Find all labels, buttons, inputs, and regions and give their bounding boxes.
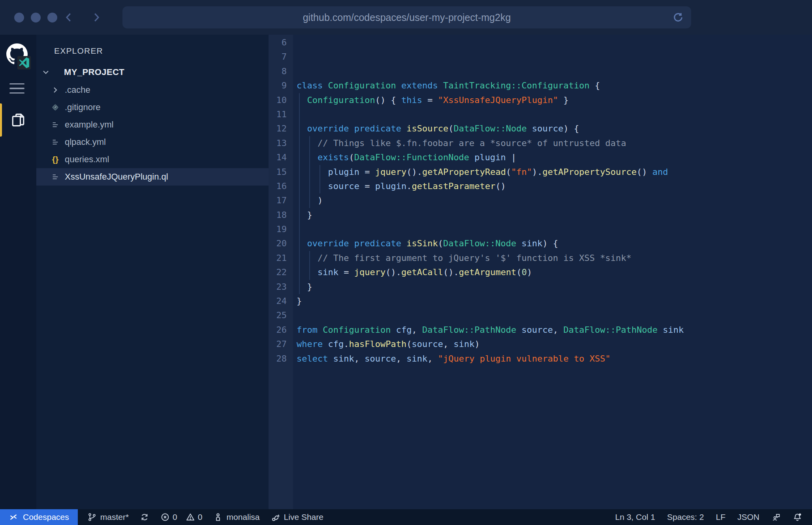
code-line[interactable]: 7 bbox=[269, 50, 812, 64]
bell-icon bbox=[793, 512, 802, 522]
list-icon bbox=[51, 137, 60, 147]
feedback-icon bbox=[771, 512, 781, 522]
github-codespaces-logo[interactable] bbox=[6, 43, 30, 68]
live-share-icon bbox=[271, 512, 280, 522]
code-line[interactable]: 21 // The first argument to jQuery's '$'… bbox=[269, 251, 812, 265]
status-right: Ln 3, Col 1Spaces: 2LFJSON bbox=[609, 509, 808, 525]
code-text: override predicate isSource(DataFlow::No… bbox=[287, 122, 579, 136]
codespaces-button[interactable]: Codespaces bbox=[0, 509, 78, 525]
code-line[interactable]: 18 } bbox=[269, 208, 812, 222]
code-line[interactable]: 19 bbox=[269, 222, 812, 236]
file-row[interactable]: qlpack.yml bbox=[36, 133, 269, 151]
code-text: } bbox=[287, 208, 312, 222]
codespaces-window: github.com/codespaces/user-my-project-mg… bbox=[0, 0, 812, 525]
traffic-light-maximize[interactable] bbox=[47, 13, 57, 22]
code-line[interactable]: 26from Configuration cfg, DataFlow::Path… bbox=[269, 323, 812, 337]
code-line[interactable]: 28select sink, source, sink, "jQuery plu… bbox=[269, 352, 812, 366]
code-line[interactable]: 25 bbox=[269, 308, 812, 322]
file-row[interactable]: {}queries.xml bbox=[36, 151, 269, 168]
line-number: 27 bbox=[269, 337, 287, 351]
traffic-light-close[interactable] bbox=[14, 13, 24, 22]
url-bar[interactable]: github.com/codespaces/user-my-project-mg… bbox=[122, 6, 691, 28]
line-number: 28 bbox=[269, 352, 287, 366]
project-root-row[interactable]: MY_PROJECT bbox=[36, 65, 269, 80]
user-button[interactable]: monalisa bbox=[208, 509, 265, 525]
code-text bbox=[287, 50, 297, 64]
language-mode[interactable]: JSON bbox=[731, 509, 765, 525]
menu-button[interactable] bbox=[9, 80, 27, 97]
line-number: 8 bbox=[269, 64, 287, 79]
reload-icon[interactable] bbox=[672, 11, 684, 23]
feedback-button[interactable] bbox=[765, 509, 787, 525]
code-text: exists(DataFlow::FunctionNode plugin | bbox=[287, 150, 516, 165]
code-text bbox=[287, 36, 297, 50]
chevron-down-icon bbox=[41, 68, 51, 77]
list-icon bbox=[51, 120, 60, 129]
code-text: where cfg.hasFlowPath(source, sink) bbox=[287, 337, 480, 351]
menu-icon bbox=[9, 83, 24, 85]
explorer-view-button[interactable] bbox=[9, 111, 28, 129]
file-row[interactable]: .cache bbox=[36, 81, 269, 99]
warning-count: 0 bbox=[186, 512, 203, 522]
code-line[interactable]: 27where cfg.hasFlowPath(source, sink) bbox=[269, 337, 812, 351]
code-line[interactable]: 13 // Things like $.fn.foobar are a *sou… bbox=[269, 136, 812, 150]
file-row[interactable]: XssUnsafeJQueryPlugin.ql bbox=[36, 168, 269, 186]
branch-button[interactable]: master* bbox=[82, 509, 134, 525]
code-line[interactable]: 11 bbox=[269, 107, 812, 122]
user-button-label: monalisa bbox=[226, 512, 259, 522]
code-line[interactable]: 10 Configuration() { this = "XssUnsafeJQ… bbox=[269, 93, 812, 107]
notifications-button[interactable] bbox=[787, 509, 808, 525]
cursor-position[interactable]: Ln 3, Col 1 bbox=[609, 509, 661, 525]
file-row[interactable]: .gitignore bbox=[36, 99, 269, 116]
git-branch-icon bbox=[87, 512, 97, 522]
error-count: 0 bbox=[160, 512, 177, 522]
codespaces-button-label: Codespaces bbox=[23, 512, 69, 522]
line-number: 24 bbox=[269, 294, 287, 308]
files-icon bbox=[9, 111, 27, 129]
code-line[interactable]: 14 exists(DataFlow::FunctionNode plugin … bbox=[269, 150, 812, 165]
indentation-setting-label: Spaces: 2 bbox=[667, 512, 704, 522]
line-number: 18 bbox=[269, 208, 287, 222]
eol-sequence[interactable]: LF bbox=[710, 509, 731, 525]
indentation-setting[interactable]: Spaces: 2 bbox=[661, 509, 710, 525]
line-number: 20 bbox=[269, 236, 287, 251]
traffic-light-minimize[interactable] bbox=[31, 13, 41, 22]
browser-nav bbox=[62, 0, 103, 35]
explorer-sidebar: EXPLORER MY_PROJECT .cache.gitignoreexam… bbox=[36, 35, 269, 509]
code-editor[interactable]: 6789class Configuration extends TaintTra… bbox=[269, 35, 812, 509]
code-line[interactable]: 17 ) bbox=[269, 193, 812, 208]
sync-icon bbox=[140, 512, 149, 522]
list-icon bbox=[51, 172, 60, 182]
error-icon bbox=[160, 512, 170, 522]
line-number: 17 bbox=[269, 193, 287, 208]
file-label: qlpack.yml bbox=[65, 137, 106, 147]
code-line[interactable]: 23 } bbox=[269, 280, 812, 294]
code-line[interactable]: 9class Configuration extends TaintTracki… bbox=[269, 79, 812, 93]
code-line[interactable]: 6 bbox=[269, 36, 812, 50]
line-number: 14 bbox=[269, 150, 287, 165]
live-share-button[interactable]: Live Share bbox=[265, 509, 329, 525]
line-number: 10 bbox=[269, 93, 287, 107]
back-button[interactable] bbox=[62, 11, 75, 24]
code-text bbox=[287, 222, 297, 236]
code-text: class Configuration extends TaintTrackin… bbox=[287, 79, 600, 93]
sync-button[interactable] bbox=[134, 509, 155, 525]
forward-button[interactable] bbox=[90, 11, 103, 24]
explorer-title: EXPLORER bbox=[54, 46, 103, 56]
line-number: 6 bbox=[269, 36, 287, 50]
language-mode-label: JSON bbox=[737, 512, 759, 522]
code-line[interactable]: 22 sink = jquery().getACall().getArgumen… bbox=[269, 265, 812, 279]
code-line[interactable]: 20 override predicate isSink(DataFlow::N… bbox=[269, 236, 812, 251]
file-row[interactable]: example.yml bbox=[36, 116, 269, 133]
problems-button[interactable]: 00 bbox=[155, 509, 208, 525]
code-text: Configuration() { this = "XssUnsafeJQuer… bbox=[287, 93, 569, 107]
code-line[interactable]: 15 plugin = jquery().getAPropertyRead("f… bbox=[269, 165, 812, 179]
line-number: 16 bbox=[269, 179, 287, 193]
remote-icon bbox=[9, 512, 18, 522]
code-line[interactable]: 16 source = plugin.getLastParameter() bbox=[269, 179, 812, 193]
code-line[interactable]: 12 override predicate isSource(DataFlow:… bbox=[269, 122, 812, 136]
file-label: XssUnsafeJQueryPlugin.ql bbox=[65, 172, 168, 182]
code-text: override predicate isSink(DataFlow::Node… bbox=[287, 236, 558, 251]
code-line[interactable]: 8 bbox=[269, 64, 812, 79]
code-line[interactable]: 24} bbox=[269, 294, 812, 308]
